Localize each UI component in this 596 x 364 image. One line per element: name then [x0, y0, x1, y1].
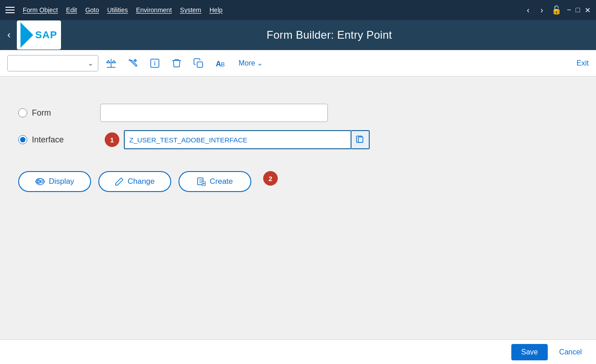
toolbar: ⌄ A B More ⌄ Exit [0, 50, 596, 76]
svg-point-6 [37, 180, 41, 183]
menu-goto[interactable]: Goto [85, 6, 99, 14]
form-radio[interactable] [18, 108, 27, 117]
minimize-icon[interactable]: − [567, 6, 571, 14]
badge-1: 1 [105, 132, 119, 147]
sap-triangle [20, 22, 33, 48]
font-btn[interactable]: A B [211, 55, 230, 71]
save-button[interactable]: Save [511, 344, 548, 360]
back-arrow-icon[interactable]: ‹ [7, 29, 10, 41]
menu-bar: Form Object Edit Goto Utilities Environm… [0, 0, 596, 20]
menu-environment[interactable]: Environment [136, 6, 172, 14]
status-bar: Save Cancel [0, 339, 596, 364]
header-bar: ‹ SAP Form Builder: Entry Point [0, 20, 596, 50]
display-label: Display [49, 177, 74, 186]
interface-radio-label[interactable]: Interface [18, 135, 100, 145]
form-row: Form [18, 104, 578, 122]
window-controls: − □ ✕ [567, 6, 591, 15]
form-text-input[interactable] [100, 104, 328, 122]
maximize-icon[interactable]: □ [576, 6, 580, 14]
balance-scale-btn[interactable] [102, 55, 120, 71]
nav-forward-icon[interactable]: › [538, 5, 546, 16]
main-content: Form Interface 1 [0, 76, 596, 339]
svg-rect-1 [197, 62, 203, 67]
menu-utilities[interactable]: Utilities [107, 6, 128, 14]
svg-rect-5 [358, 137, 363, 142]
more-label: More [239, 59, 255, 67]
info-btn[interactable] [146, 55, 164, 71]
interface-row: Interface 1 [18, 130, 578, 149]
interface-label-text: Interface [32, 135, 64, 145]
badge-2: 2 [263, 171, 278, 186]
form-radio-label[interactable]: Form [18, 108, 100, 118]
close-icon[interactable]: ✕ [585, 6, 591, 15]
nav-back-icon[interactable]: ‹ [524, 5, 532, 16]
window-controls-area: ‹ › 🔓 − □ ✕ [524, 5, 591, 16]
form-label-text: Form [32, 108, 51, 118]
interface-text-input[interactable] [124, 130, 351, 149]
hamburger-menu[interactable] [5, 7, 15, 13]
exit-button[interactable]: Exit [576, 59, 589, 67]
menu-help[interactable]: Help [209, 6, 223, 14]
menu-system[interactable]: System [180, 6, 201, 14]
chevron-down-icon: ⌄ [88, 60, 93, 67]
interface-radio[interactable] [18, 135, 27, 144]
create-button[interactable]: Create [178, 171, 251, 192]
interface-input-wrap [124, 130, 370, 149]
svg-point-9 [41, 181, 42, 182]
display-button[interactable]: Display [18, 171, 91, 192]
action-buttons: Display Change Create 2 [18, 171, 578, 192]
lock-icon: 🔓 [551, 5, 561, 15]
menu-form-object[interactable]: Form Object [23, 6, 58, 14]
change-label: Change [127, 177, 155, 186]
change-button[interactable]: Change [98, 171, 171, 192]
menu-edit[interactable]: Edit [66, 6, 77, 14]
more-chevron-icon: ⌄ [257, 59, 263, 67]
copy-btn[interactable] [189, 55, 208, 71]
svg-text:B: B [221, 61, 225, 68]
magic-wand-btn[interactable] [124, 55, 142, 71]
delete-btn[interactable] [168, 55, 186, 71]
create-label: Create [209, 177, 233, 186]
cancel-button[interactable]: Cancel [552, 344, 589, 360]
sap-text: SAP [35, 29, 57, 41]
toolbar-dropdown[interactable]: ⌄ [7, 55, 98, 71]
svg-point-7 [38, 181, 40, 182]
page-title: Form Builder: Entry Point [70, 29, 589, 41]
interface-lookup-btn[interactable] [351, 130, 370, 149]
sap-logo: SAP [17, 20, 61, 50]
more-button[interactable]: More ⌄ [234, 56, 267, 70]
